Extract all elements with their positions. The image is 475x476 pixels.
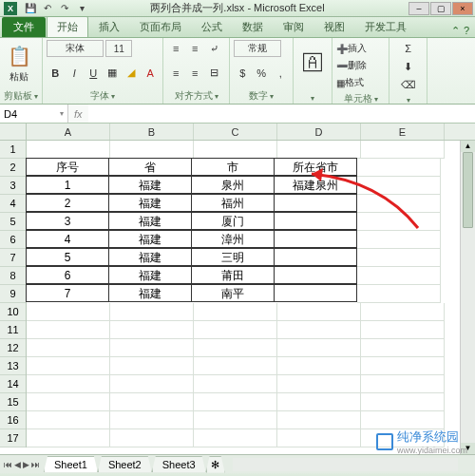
underline-button[interactable]: U xyxy=(85,65,102,82)
sheet-prev-icon[interactable]: ◀ xyxy=(14,460,21,469)
align-middle-button[interactable]: ≡ xyxy=(186,40,203,57)
cell[interactable]: 市 xyxy=(191,158,275,176)
formula-input[interactable] xyxy=(88,105,475,123)
cell[interactable] xyxy=(194,141,277,159)
cell[interactable]: 福建 xyxy=(108,284,192,302)
col-header-c[interactable]: C xyxy=(194,124,277,140)
minimize-button[interactable]: – xyxy=(408,2,429,15)
autosum-button[interactable]: Σ xyxy=(400,40,417,57)
cell[interactable] xyxy=(357,159,441,177)
row-header[interactable]: 2 xyxy=(0,159,26,177)
cell[interactable] xyxy=(110,339,194,357)
select-all-corner[interactable] xyxy=(0,124,27,141)
cell[interactable] xyxy=(27,429,110,447)
col-header-e[interactable]: E xyxy=(361,124,445,140)
tab-formula[interactable]: 公式 xyxy=(192,17,232,37)
maximize-button[interactable]: ▢ xyxy=(430,2,451,15)
cell[interactable] xyxy=(277,303,361,321)
row-header[interactable]: 12 xyxy=(0,339,26,357)
cell[interactable] xyxy=(110,375,194,393)
cell[interactable] xyxy=(274,194,357,212)
cell[interactable] xyxy=(277,141,361,159)
horizontal-scrollbar[interactable] xyxy=(233,458,458,471)
cell[interactable] xyxy=(27,411,110,429)
sheet-last-icon[interactable]: ⏭ xyxy=(31,460,40,469)
row-header[interactable]: 17 xyxy=(0,429,26,447)
row-header[interactable]: 4 xyxy=(0,195,26,213)
cell[interactable]: 福建 xyxy=(108,194,192,212)
row-header[interactable]: 9 xyxy=(0,285,26,303)
redo-icon[interactable]: ↷ xyxy=(57,2,72,15)
cell[interactable] xyxy=(274,266,357,284)
row-header[interactable]: 16 xyxy=(0,411,26,429)
cell[interactable] xyxy=(361,411,445,429)
sheet-tab-1[interactable]: Sheet1 xyxy=(44,456,98,472)
cell[interactable] xyxy=(194,393,277,411)
cell[interactable]: 福建 xyxy=(108,230,192,248)
scroll-thumb[interactable] xyxy=(463,152,473,228)
row-header[interactable]: 3 xyxy=(0,177,26,195)
cell[interactable] xyxy=(110,141,194,159)
sheet-first-icon[interactable]: ⏮ xyxy=(4,460,12,469)
cell[interactable] xyxy=(194,303,277,321)
row-header[interactable]: 1 xyxy=(0,141,26,159)
row-header[interactable]: 13 xyxy=(0,357,26,375)
cell[interactable]: 福建泉州 xyxy=(274,176,357,194)
insert-cells-button[interactable]: ➕ 插入 xyxy=(336,40,367,57)
name-box[interactable]: D4 xyxy=(0,105,68,123)
cell[interactable] xyxy=(110,357,194,375)
tab-view[interactable]: 视图 xyxy=(314,17,354,37)
row-header[interactable]: 15 xyxy=(0,393,26,411)
row-header[interactable]: 14 xyxy=(0,375,26,393)
font-color-button[interactable]: A xyxy=(142,65,159,82)
number-format-select[interactable]: 常规 xyxy=(234,40,281,57)
currency-button[interactable]: $ xyxy=(234,65,251,82)
clear-button[interactable]: ⌫ xyxy=(400,76,417,93)
tab-review[interactable]: 审阅 xyxy=(274,17,314,37)
cell[interactable]: 福州 xyxy=(191,194,275,212)
merge-button[interactable]: ⊟ xyxy=(205,65,222,82)
cell[interactable] xyxy=(27,339,110,357)
delete-cells-button[interactable]: ➖ 删除 xyxy=(336,57,367,74)
cell[interactable] xyxy=(357,267,441,285)
cell[interactable] xyxy=(361,303,445,321)
cell[interactable]: 福建 xyxy=(108,266,192,284)
row-header[interactable]: 7 xyxy=(0,249,26,267)
cell[interactable] xyxy=(357,195,441,213)
col-header-b[interactable]: B xyxy=(110,124,194,140)
cell[interactable] xyxy=(27,141,110,159)
cell[interactable] xyxy=(361,321,445,339)
font-size-select[interactable]: 11 xyxy=(105,40,132,57)
fx-icon[interactable]: fx xyxy=(68,105,88,123)
tab-developer[interactable]: 开发工具 xyxy=(355,17,416,37)
tab-home[interactable]: 开始 xyxy=(47,16,88,37)
col-header-a[interactable]: A xyxy=(27,124,110,140)
cell[interactable] xyxy=(110,411,194,429)
cell[interactable]: 5 xyxy=(26,248,109,266)
tab-file[interactable]: 文件 xyxy=(2,17,46,37)
percent-button[interactable]: % xyxy=(253,65,270,82)
close-button[interactable]: × xyxy=(452,2,473,15)
cell[interactable]: 莆田 xyxy=(191,266,275,284)
cell[interactable] xyxy=(194,357,277,375)
cell[interactable] xyxy=(27,393,110,411)
cell[interactable]: 所在省市 xyxy=(274,158,357,176)
cell[interactable] xyxy=(277,393,361,411)
cell[interactable] xyxy=(361,393,445,411)
cell[interactable]: 3 xyxy=(26,212,109,230)
cell[interactable] xyxy=(357,285,441,303)
fill-button[interactable]: ⬇ xyxy=(400,58,417,75)
col-header-d[interactable]: D xyxy=(277,124,361,140)
sheet-tab-3[interactable]: Sheet3 xyxy=(152,456,206,472)
wrap-text-button[interactable]: ⤶ xyxy=(205,40,222,57)
cell[interactable] xyxy=(357,177,441,195)
border-button[interactable]: ▦ xyxy=(104,65,121,82)
undo-icon[interactable]: ↶ xyxy=(40,2,55,15)
cell[interactable] xyxy=(194,411,277,429)
cell[interactable] xyxy=(361,357,445,375)
cell[interactable] xyxy=(27,357,110,375)
cell[interactable] xyxy=(277,357,361,375)
cell[interactable] xyxy=(357,249,441,267)
cell[interactable] xyxy=(27,375,110,393)
align-top-button[interactable]: ≡ xyxy=(167,40,184,57)
